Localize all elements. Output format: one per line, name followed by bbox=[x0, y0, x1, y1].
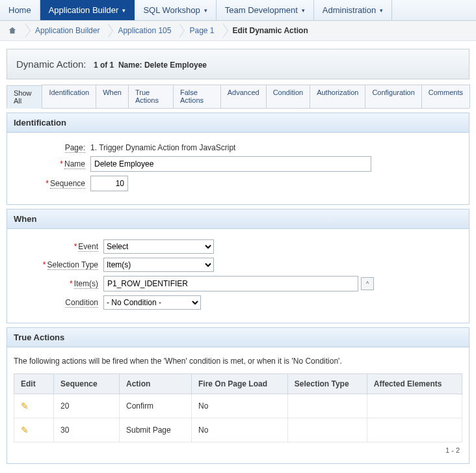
tab-true-actions[interactable]: True Actions bbox=[128, 85, 174, 108]
label-items: *Item(s) bbox=[14, 279, 103, 288]
seltype-select[interactable]: Item(s) bbox=[103, 258, 214, 272]
breadcrumb: Application Builder Application 105 Page… bbox=[0, 21, 476, 41]
label-page: Page: bbox=[14, 143, 90, 152]
pager-text: 1 - 2 bbox=[14, 446, 462, 454]
nav-app-builder[interactable]: Application Builder▾ bbox=[40, 0, 135, 20]
table-row: ✎ 30 Submit Page No bbox=[14, 418, 462, 442]
col-action: Action bbox=[120, 374, 192, 394]
nav-home[interactable]: Home bbox=[0, 0, 40, 20]
page-title: Dynamic Action: bbox=[16, 59, 86, 70]
tab-configuration[interactable]: Configuration bbox=[365, 85, 421, 108]
nav-administration[interactable]: Administration▾ bbox=[314, 0, 392, 20]
popup-lov-icon: ^ bbox=[366, 280, 369, 287]
section-heading: Identification bbox=[7, 113, 469, 133]
caret-down-icon: ▾ bbox=[122, 7, 126, 14]
home-icon bbox=[8, 26, 17, 35]
value-page: 1. Trigger Dynamic Action from JavaScrip… bbox=[90, 143, 235, 152]
edit-row-button[interactable]: ✎ bbox=[21, 401, 29, 411]
col-fire: Fire On Page Load bbox=[192, 374, 288, 394]
caret-down-icon: ▾ bbox=[204, 7, 207, 14]
nav-sql-workshop[interactable]: SQL Workshop▾ bbox=[135, 0, 216, 20]
condition-select[interactable]: - No Condition - bbox=[103, 295, 201, 310]
tab-advanced[interactable]: Advanced bbox=[220, 85, 267, 108]
tab-when[interactable]: When bbox=[96, 85, 129, 108]
items-popup-button[interactable]: ^ bbox=[361, 277, 374, 290]
pencil-icon: ✎ bbox=[21, 401, 29, 411]
breadcrumb-home[interactable] bbox=[4, 23, 25, 38]
items-input[interactable] bbox=[103, 276, 358, 291]
tab-comments[interactable]: Comments bbox=[421, 85, 470, 108]
true-actions-note: The following actions will be fired when… bbox=[14, 357, 462, 366]
caret-down-icon: ▾ bbox=[380, 7, 383, 14]
tab-condition[interactable]: Condition bbox=[266, 85, 310, 108]
label-seltype: *Selection Type bbox=[14, 260, 103, 269]
nav-team-dev[interactable]: Team Development▾ bbox=[217, 0, 314, 20]
col-affected: Affected Elements bbox=[367, 374, 462, 394]
breadcrumb-item[interactable]: Application Builder bbox=[25, 23, 107, 38]
pencil-icon: ✎ bbox=[21, 425, 29, 435]
tab-identification[interactable]: Identification bbox=[42, 85, 96, 108]
header-name: Delete Employee bbox=[144, 61, 207, 70]
section-heading: When bbox=[7, 209, 469, 229]
page-header: Dynamic Action: 1 of 1 Name: Delete Empl… bbox=[7, 49, 469, 79]
true-actions-table: Edit Sequence Action Fire On Page Load S… bbox=[14, 373, 462, 442]
breadcrumb-current: Edit Dynamic Action bbox=[222, 23, 316, 38]
sequence-input[interactable] bbox=[90, 176, 128, 191]
tab-show-all[interactable]: Show All bbox=[7, 85, 42, 109]
name-input[interactable] bbox=[90, 156, 371, 172]
breadcrumb-item[interactable]: Page 1 bbox=[179, 23, 222, 38]
col-seltype: Selection Type bbox=[287, 374, 367, 394]
edit-row-button[interactable]: ✎ bbox=[21, 425, 29, 435]
tab-false-actions[interactable]: False Actions bbox=[173, 85, 221, 108]
caret-down-icon: ▾ bbox=[302, 7, 305, 14]
section-identification: Identification Page: 1. Trigger Dynamic … bbox=[7, 113, 469, 205]
label-event: *Event bbox=[14, 242, 103, 251]
section-true-actions: True Actions The following actions will … bbox=[7, 327, 469, 464]
tab-authorization[interactable]: Authorization bbox=[310, 85, 365, 108]
col-sequence: Sequence bbox=[54, 374, 120, 394]
top-nav: Home Application Builder▾ SQL Workshop▾ … bbox=[0, 0, 476, 21]
breadcrumb-item[interactable]: Application 105 bbox=[107, 23, 179, 38]
section-when: When *Event Select *Selection Type Item(… bbox=[7, 209, 469, 323]
header-position: 1 of 1 bbox=[94, 61, 114, 70]
label-condition: Condition bbox=[14, 298, 103, 307]
section-tabs: Show All Identification When True Action… bbox=[7, 85, 469, 109]
event-select[interactable]: Select bbox=[103, 239, 214, 254]
label-name: *Name bbox=[14, 159, 90, 169]
header-name-prefix: Name: bbox=[118, 61, 142, 70]
label-sequence: *Sequence bbox=[14, 179, 90, 188]
table-row: ✎ 20 Confirm No bbox=[14, 394, 462, 418]
section-heading: True Actions bbox=[7, 328, 469, 347]
col-edit: Edit bbox=[14, 374, 54, 394]
